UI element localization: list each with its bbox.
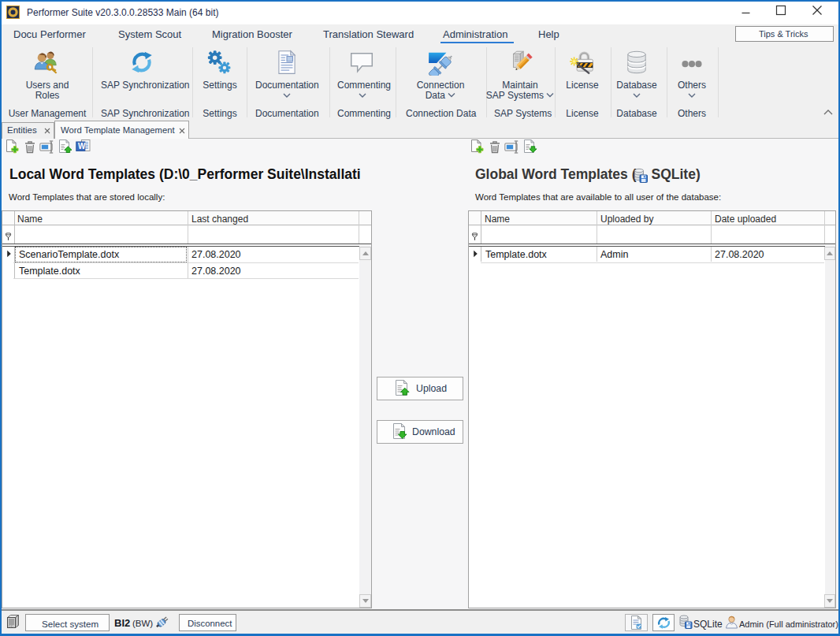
svg-text:W: W [78, 142, 86, 151]
